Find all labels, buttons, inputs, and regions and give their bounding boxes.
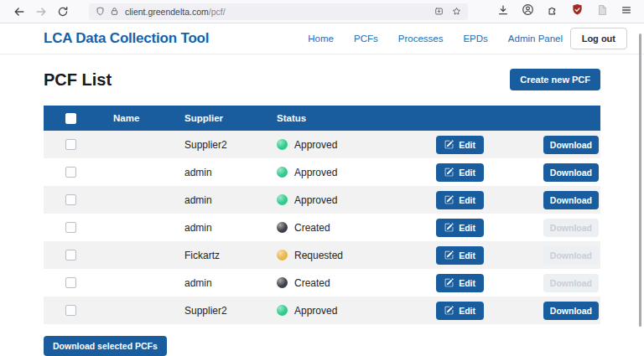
- table-row: admin Approved Edit Download: [44, 158, 600, 186]
- save-page-icon[interactable]: [434, 4, 444, 19]
- app-header: LCA Data Collection Tool Home PCFs Proce…: [0, 23, 644, 54]
- edit-button[interactable]: Edit: [436, 163, 484, 182]
- pencil-square-icon: [444, 168, 454, 177]
- status-dot-icon: [277, 277, 288, 288]
- row-checkbox[interactable]: [65, 194, 76, 205]
- nav-epds[interactable]: EPDs: [463, 34, 487, 44]
- browser-scrollbar-thumb[interactable]: [639, 34, 641, 327]
- edit-button[interactable]: Edit: [436, 191, 484, 209]
- status-dot-icon: [277, 222, 288, 233]
- download-button[interactable]: Download: [543, 191, 599, 209]
- url-text: client.greendelta.com/pcf/: [125, 7, 434, 17]
- create-new-pcf-button[interactable]: Create new PCF: [510, 69, 600, 90]
- browser-toolbar: client.greendelta.com/pcf/: [0, 0, 644, 23]
- table-row: admin Created Edit Download: [44, 214, 600, 241]
- nav-admin-panel[interactable]: Admin Panel: [508, 34, 563, 44]
- download-button[interactable]: Download: [543, 136, 599, 154]
- nav-home[interactable]: Home: [308, 34, 334, 44]
- row-checkbox[interactable]: [65, 222, 76, 233]
- url-bar[interactable]: client.greendelta.com/pcf/: [89, 3, 468, 20]
- download-selected-pcfs-button[interactable]: Download selected PCFs: [44, 336, 167, 356]
- column-header-status: Status: [253, 113, 372, 123]
- extensions-puzzle-icon[interactable]: [547, 4, 558, 19]
- table-header: Name Supplier Status: [44, 106, 600, 131]
- table-row: Fickartz Requested Edit Download: [44, 241, 600, 269]
- table-row: Supplier2 Approved Edit Download: [44, 131, 600, 158]
- status-dot-icon: [277, 305, 288, 316]
- reload-icon[interactable]: [52, 3, 74, 21]
- status-cell: Approved: [253, 139, 372, 151]
- table-body: Supplier2 Approved Edit Download admin A…: [44, 131, 600, 324]
- status-cell: Created: [253, 222, 372, 234]
- edit-button-label: Edit: [459, 306, 475, 316]
- pcf-table: Name Supplier Status Supplier2 Approved …: [44, 106, 600, 324]
- row-checkbox[interactable]: [65, 277, 76, 288]
- status-label: Approved: [294, 167, 337, 178]
- table-row: Supplier2 Approved Edit Download: [44, 297, 600, 324]
- supplier-cell: admin: [161, 167, 253, 178]
- edit-button[interactable]: Edit: [436, 302, 484, 320]
- edit-button[interactable]: Edit: [436, 246, 484, 265]
- edit-button-label: Edit: [459, 140, 475, 150]
- nav-pcfs[interactable]: PCFs: [354, 34, 378, 44]
- pencil-square-icon: [444, 306, 454, 315]
- supplier-cell: admin: [161, 222, 253, 234]
- account-icon[interactable]: [522, 3, 534, 19]
- table-row: admin Approved Edit Download: [44, 186, 600, 214]
- status-label: Approved: [294, 139, 337, 151]
- pencil-square-icon: [444, 223, 454, 232]
- row-checkbox[interactable]: [65, 167, 76, 178]
- supplier-cell: Supplier2: [161, 139, 253, 151]
- menu-icon[interactable]: [621, 4, 632, 19]
- edit-button[interactable]: Edit: [436, 274, 484, 292]
- status-cell: Approved: [253, 305, 372, 317]
- pencil-square-icon: [444, 195, 454, 204]
- row-checkbox[interactable]: [65, 139, 76, 150]
- edit-button-label: Edit: [459, 250, 475, 261]
- app-title: LCA Data Collection Tool: [44, 30, 209, 47]
- download-button: Download: [543, 246, 599, 265]
- logout-button[interactable]: Log out: [570, 28, 627, 49]
- status-cell: Approved: [253, 167, 372, 178]
- supplier-cell: Fickartz: [161, 250, 253, 261]
- status-dot-icon: [277, 167, 288, 178]
- pencil-square-icon: [444, 140, 454, 149]
- pencil-square-icon: [444, 250, 454, 260]
- status-cell: Approved: [253, 194, 372, 206]
- supplier-cell: admin: [161, 277, 253, 289]
- supplier-cell: Supplier2: [161, 305, 253, 317]
- status-label: Created: [294, 277, 330, 289]
- download-button: Download: [543, 219, 599, 237]
- status-cell: Requested: [253, 250, 372, 261]
- edit-button-label: Edit: [459, 223, 475, 233]
- column-header-name: Name: [91, 113, 161, 123]
- downloads-icon[interactable]: [497, 4, 509, 19]
- status-label: Requested: [294, 250, 343, 261]
- back-icon[interactable]: [8, 3, 30, 21]
- status-label: Approved: [294, 305, 337, 317]
- select-all-checkbox[interactable]: [65, 113, 76, 124]
- edit-button[interactable]: Edit: [436, 219, 484, 237]
- edit-button[interactable]: Edit: [436, 136, 484, 154]
- table-row: admin Created Edit Download: [44, 269, 600, 297]
- bookmark-star-icon[interactable]: [452, 4, 461, 19]
- download-button[interactable]: Download: [543, 302, 599, 320]
- forward-icon[interactable]: [30, 3, 52, 21]
- main-content: PCF List Create new PCF Name Supplier St…: [0, 54, 644, 356]
- status-label: Approved: [294, 194, 337, 206]
- reader-page-icon[interactable]: [596, 4, 608, 19]
- edit-button-label: Edit: [459, 168, 475, 178]
- row-checkbox[interactable]: [65, 250, 76, 261]
- page-title: PCF List: [44, 70, 112, 90]
- nav-processes[interactable]: Processes: [398, 34, 444, 44]
- main-nav: Home PCFs Processes EPDs Admin Panel: [308, 34, 563, 44]
- edit-button-label: Edit: [459, 278, 475, 288]
- status-dot-icon: [277, 139, 288, 150]
- pencil-square-icon: [444, 278, 454, 287]
- shield-icon[interactable]: [96, 4, 105, 19]
- adblock-shield-icon[interactable]: [571, 3, 584, 19]
- row-checkbox[interactable]: [65, 305, 76, 316]
- download-button[interactable]: Download: [543, 163, 599, 182]
- lock-icon[interactable]: [110, 4, 119, 19]
- edit-button-label: Edit: [459, 195, 475, 205]
